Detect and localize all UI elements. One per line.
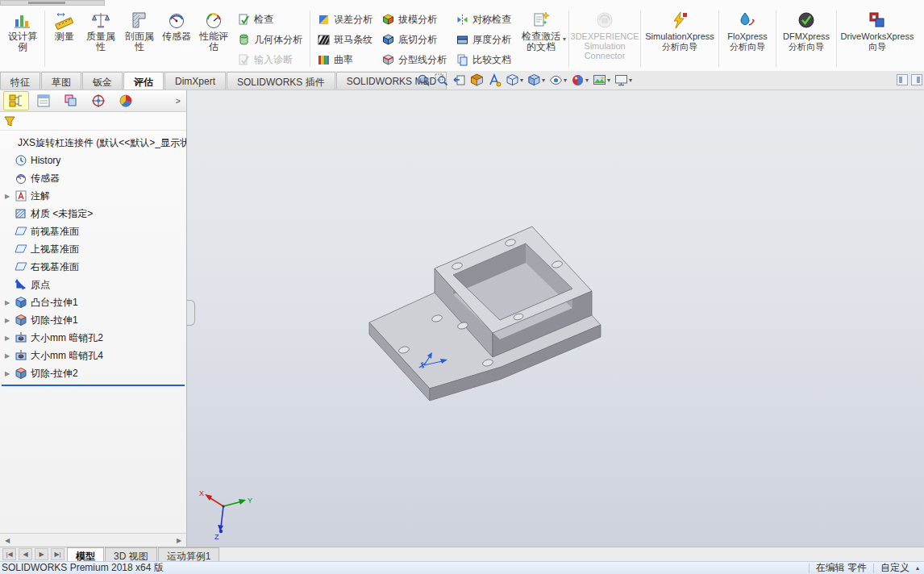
zoom-area-button[interactable]: [434, 73, 449, 88]
dynamic-annotation-icon: [488, 73, 502, 87]
tab-evaluate[interactable]: 评估: [123, 72, 164, 89]
driveworksxpress-button[interactable]: DriveWorksXpress 向导: [839, 7, 915, 54]
zoom-fit-button[interactable]: [416, 73, 431, 88]
import-diagnostics-label: 输入诊断: [254, 53, 293, 67]
ribbon-separator: [640, 10, 641, 67]
rollback-bar[interactable]: [2, 385, 185, 386]
measure-button[interactable]: 测量: [48, 7, 81, 44]
next-tab-button[interactable]: ▶: [35, 548, 48, 560]
compare-stack: 对称检查 厚度分析 比较文档: [452, 7, 516, 72]
tab-property-manager[interactable]: [31, 91, 56, 110]
caret-down-icon: ▾: [629, 77, 632, 84]
mold-analysis-stack: 拔模分析 底切分析 分型线分析: [377, 7, 452, 72]
expand-arrow-icon[interactable]: ▶: [3, 370, 11, 377]
caret-down-icon: ▾: [563, 35, 566, 43]
tab-sketch[interactable]: 草图: [41, 72, 81, 89]
apply-scene-button[interactable]: ▾: [592, 73, 611, 88]
previous-tab-button[interactable]: ◀: [19, 548, 32, 560]
tree-item-boss-extrude1[interactable]: ▶ 凸台-拉伸1: [0, 293, 186, 311]
expand-arrow-icon[interactable]: ▶: [3, 317, 11, 324]
tree-item-hole-wizard4[interactable]: ▶ 大小mm 暗销孔4: [0, 347, 186, 364]
ribbon-separator: [776, 10, 776, 67]
thickness-analysis-button[interactable]: 厚度分析: [453, 30, 514, 49]
tree-item-sensors[interactable]: 传感器: [0, 169, 186, 187]
view-settings-button[interactable]: ▾: [614, 73, 633, 88]
expand-left-pane-icon[interactable]: [897, 74, 908, 85]
graphics-viewport[interactable]: X Y Z: [187, 90, 924, 547]
parting-line-analysis-button[interactable]: 分型线分析: [379, 50, 450, 69]
first-tab-button[interactable]: |◀: [2, 548, 16, 560]
expand-arrow-icon[interactable]: ▶: [3, 299, 11, 306]
tab-3d-views[interactable]: 3D 视图: [105, 547, 157, 561]
top-mini-scrollbar[interactable]: [0, 0, 105, 6]
design-study-button[interactable]: 设计算例: [3, 7, 42, 54]
panel-horizontal-scrollbar[interactable]: ◀ ▶: [0, 533, 186, 547]
mass-properties-button[interactable]: 质量属性: [81, 7, 120, 54]
customize-button[interactable]: 自定义: [880, 561, 909, 574]
dfmxpress-button[interactable]: DFMXpress 分析向导: [779, 7, 834, 54]
part-3d-model[interactable]: [369, 227, 601, 401]
tree-item-material[interactable]: 材质 <未指定>: [0, 205, 186, 223]
expand-arrow-icon[interactable]: ▶: [3, 352, 11, 360]
zebra-stripes-button[interactable]: 斑马条纹: [314, 30, 376, 49]
sensor-button[interactable]: 传感器: [159, 7, 194, 44]
tree-item-hole-wizard2[interactable]: ▶ 大小mm 暗销孔2: [0, 329, 186, 347]
last-tab-button[interactable]: ▶|: [51, 548, 65, 560]
curvature-label: 曲率: [334, 53, 353, 67]
dynamic-annotation-button[interactable]: [487, 73, 502, 88]
panel-splitter-handle[interactable]: [187, 300, 195, 326]
command-tabs: 特征 草图 钣金 评估 DimXpert SOLIDWORKS 插件 SOLID…: [0, 72, 447, 89]
check-button[interactable]: 检查: [235, 10, 306, 29]
symmetry-check-button[interactable]: 对称检查: [453, 10, 514, 29]
tab-motion-study1[interactable]: 运动算例1: [158, 547, 220, 561]
tab-model[interactable]: 模型: [67, 547, 104, 561]
tree-filter-row[interactable]: [0, 112, 186, 131]
tree-item-front-plane[interactable]: 前视基准面: [0, 223, 186, 240]
tree-item-history[interactable]: History: [0, 152, 186, 169]
scroll-right-icon[interactable]: ▶: [173, 537, 185, 544]
section-view-button[interactable]: [469, 73, 485, 88]
scroll-left-icon[interactable]: ◀: [2, 537, 13, 544]
tree-root-item[interactable]: JXS旋转杠连接件 (默认<<默认>_显示状: [0, 134, 186, 152]
section-properties-button[interactable]: 剖面属性: [120, 7, 159, 54]
top-mini-scrollbar-thumb[interactable]: [28, 2, 65, 4]
expand-arrow-icon[interactable]: ▶: [3, 335, 11, 342]
hide-show-items-button[interactable]: ▾: [548, 73, 568, 88]
previous-view-button[interactable]: [452, 73, 467, 88]
tab-features[interactable]: 特征: [0, 72, 40, 89]
experience-connector-button[interactable]: 3DEXPERIENCE Simulation Connector: [572, 7, 638, 62]
pane-toggle-buttons: [897, 74, 922, 85]
tree-item-top-plane[interactable]: 上视基准面: [0, 240, 186, 258]
curvature-button[interactable]: 曲率: [314, 50, 376, 69]
tree-item-cut-extrude2[interactable]: ▶ 切除-拉伸2: [0, 364, 186, 382]
deviation-analysis-button[interactable]: 误差分析: [314, 10, 376, 29]
tree-item-origin[interactable]: 原点: [0, 276, 186, 293]
tab-feature-manager[interactable]: [3, 91, 29, 110]
ribbon-group-3dexperience: 3DEXPERIENCE Simulation Connector: [570, 6, 639, 71]
expand-arrow-icon[interactable]: ▶: [3, 193, 11, 200]
undercut-analysis-button[interactable]: 底切分析: [379, 30, 450, 49]
geometry-analysis-button[interactable]: 几何体分析: [235, 30, 306, 49]
tab-configuration-manager[interactable]: [58, 91, 84, 110]
tree-item-right-plane[interactable]: 右视基准面: [0, 258, 186, 276]
tab-dimxpert[interactable]: DimXpert: [164, 72, 226, 89]
check-active-document-button[interactable]: 检查激活的文档 ▾: [516, 7, 566, 54]
tab-sheet-metal[interactable]: 钣金: [82, 72, 123, 89]
import-diagnostics-button[interactable]: 输入诊断: [235, 50, 306, 69]
floxpress-button[interactable]: FloXpress 分析向导: [722, 7, 773, 54]
tab-solidworks-addins[interactable]: SOLIDWORKS 插件: [227, 72, 335, 89]
simulationxpress-button[interactable]: SimulationXpress 分析向导: [643, 7, 716, 54]
design-study-label: 设计算例: [5, 31, 40, 52]
edit-appearance-button[interactable]: ▾: [570, 73, 589, 88]
tab-dimxpert-manager[interactable]: [85, 91, 111, 110]
expand-right-pane-icon[interactable]: [911, 74, 922, 85]
performance-evaluation-button[interactable]: 性能评估: [194, 7, 233, 54]
draft-analysis-button[interactable]: 拔模分析: [379, 10, 450, 29]
view-orientation-button[interactable]: ▾: [505, 73, 524, 88]
tree-item-cut-extrude1[interactable]: ▶ 切除-拉伸1: [0, 311, 186, 329]
panel-expand-chevron[interactable]: >: [173, 96, 183, 106]
tree-item-annotations[interactable]: ▶ 注解: [0, 187, 186, 205]
compare-documents-button[interactable]: 比较文档: [453, 50, 514, 69]
tab-display-manager[interactable]: [113, 91, 139, 110]
display-style-button[interactable]: ▾: [527, 73, 546, 88]
